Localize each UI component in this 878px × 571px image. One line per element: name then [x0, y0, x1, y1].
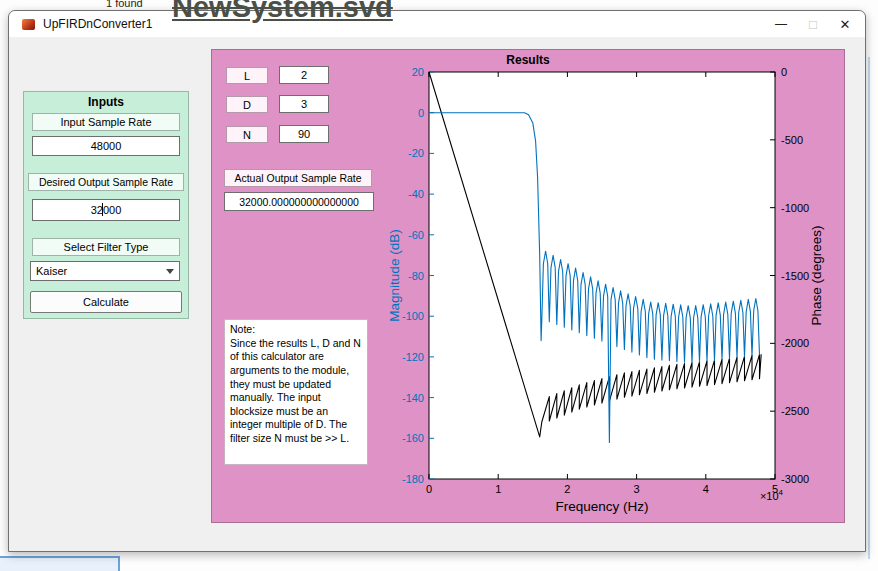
d-value-field: 3 — [279, 95, 329, 113]
desired-output-rate-label: Desired Output Sample Rate — [28, 173, 184, 191]
maximize-button[interactable]: □ — [797, 11, 829, 37]
actual-output-rate-label: Actual Output Sample Rate — [224, 169, 372, 187]
l-label: L — [226, 67, 268, 84]
svg-text:-160: -160 — [402, 432, 424, 444]
titlebar: UpFIRDnConverter1 — □ ✕ — [9, 11, 865, 37]
filter-type-label: Select Filter Type — [32, 238, 180, 256]
filter-type-selected-value: Kaiser — [36, 265, 67, 277]
inputs-panel-title: Inputs — [24, 95, 188, 109]
close-button[interactable]: ✕ — [829, 11, 861, 37]
svg-text:-80: -80 — [408, 270, 424, 282]
app-window: UpFIRDnConverter1 — □ ✕ Inputs Input Sam… — [8, 10, 866, 552]
d-label: D — [226, 96, 268, 113]
minimize-button[interactable]: — — [765, 11, 797, 37]
svg-text:0: 0 — [781, 66, 787, 78]
background-bottomleft-panel — [0, 556, 120, 571]
svg-text:20: 20 — [412, 66, 424, 78]
svg-text:Frequency (Hz): Frequency (Hz) — [555, 499, 648, 514]
svg-text:-100: -100 — [402, 310, 424, 322]
svg-text:-3000: -3000 — [781, 473, 809, 485]
svg-text:0: 0 — [426, 483, 432, 495]
n-value-field: 90 — [279, 125, 329, 143]
input-sample-rate-label: Input Sample Rate — [32, 113, 180, 131]
text-cursor — [102, 203, 103, 216]
svg-text:-20: -20 — [408, 147, 424, 159]
svg-text:-1000: -1000 — [781, 202, 809, 214]
svg-text:×104: ×104 — [760, 488, 784, 502]
svg-text:-140: -140 — [402, 392, 424, 404]
svg-text:-2500: -2500 — [781, 405, 809, 417]
background-scrollbar-line — [868, 57, 870, 559]
svg-text:3: 3 — [634, 483, 640, 495]
chevron-down-icon — [161, 262, 179, 280]
svg-text:2: 2 — [564, 483, 570, 495]
svg-text:-60: -60 — [408, 229, 424, 241]
actual-output-rate-field: 32000.000000000000000 — [224, 192, 374, 211]
calculate-button[interactable]: Calculate — [30, 291, 182, 313]
svg-text:-1500: -1500 — [781, 270, 809, 282]
window-controls: — □ ✕ — [765, 11, 865, 37]
svg-text:Phase (degrees): Phase (degrees) — [809, 226, 824, 326]
filter-type-dropdown[interactable]: Kaiser — [30, 261, 180, 281]
svg-text:-180: -180 — [402, 473, 424, 485]
input-sample-rate-field[interactable]: 48000 — [32, 136, 180, 156]
results-panel: 012345200-20-40-60-80-100-120-140-160-18… — [211, 49, 845, 523]
svg-text:-120: -120 — [402, 351, 424, 363]
svg-text:Magnitude (dB): Magnitude (dB) — [387, 229, 402, 321]
svg-text:4: 4 — [703, 483, 709, 495]
desired-output-rate-value: 32000 — [91, 204, 122, 216]
desired-output-rate-field[interactable]: 32000 — [32, 199, 180, 221]
svg-text:1: 1 — [495, 483, 501, 495]
background-heading-text: NewSystem.svd — [172, 0, 393, 24]
svg-text:0: 0 — [418, 107, 424, 119]
svg-text:-40: -40 — [408, 188, 424, 200]
l-value-field: 2 — [279, 66, 329, 84]
results-panel-title: Results — [212, 53, 844, 67]
app-icon — [22, 19, 35, 30]
inputs-panel: Inputs Input Sample Rate 48000 Desired O… — [23, 91, 189, 319]
window-title: UpFIRDnConverter1 — [43, 17, 152, 31]
svg-text:-2000: -2000 — [781, 337, 809, 349]
screen: 1 found NewSystem.svd UpFIRDnConverter1 … — [0, 0, 878, 571]
background-found-text: 1 found — [106, 0, 143, 9]
n-label: N — [226, 126, 268, 143]
note-text: Note: Since the results L, D and N of th… — [224, 319, 368, 465]
svg-text:-500: -500 — [781, 134, 803, 146]
